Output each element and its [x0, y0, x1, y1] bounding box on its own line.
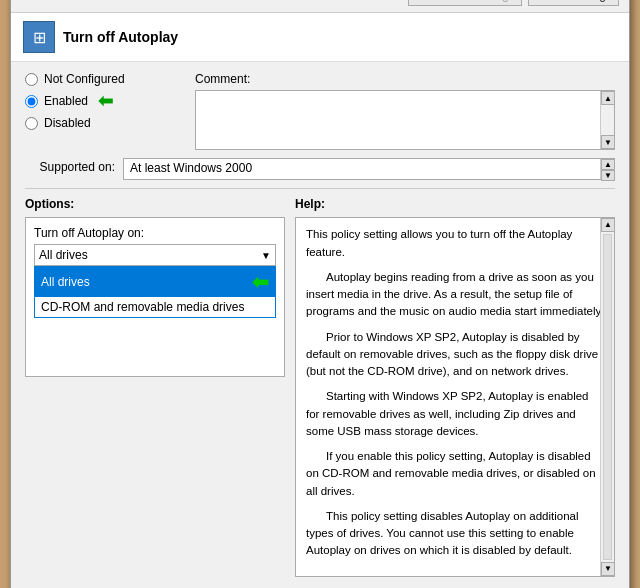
disabled-label: Disabled	[44, 116, 91, 130]
enabled-label: Enabled	[44, 94, 88, 108]
toolbar: Previous Setting Next Setting	[11, 0, 629, 13]
dropdown-chevron-icon: ▼	[261, 250, 271, 261]
comment-box[interactable]: ▲ ▼	[195, 90, 615, 150]
not-configured-option[interactable]: Not Configured	[25, 72, 185, 86]
help-para-4: If you enable this policy setting, Autop…	[306, 448, 604, 500]
supported-scrollbar[interactable]: ▲ ▼	[600, 159, 614, 179]
main-window: ⊞ Turn off Autoplay ─ □ ✕ Previous Setti…	[10, 0, 630, 588]
header-title: Turn off Autoplay	[63, 29, 178, 45]
content-area: Not Configured Enabled ⬅ Disabled Commen…	[11, 62, 629, 588]
supported-label: Supported on:	[25, 158, 115, 174]
previous-setting-button[interactable]: Previous Setting	[408, 0, 521, 6]
comment-label: Comment:	[195, 72, 615, 86]
help-header: Help:	[295, 197, 615, 211]
help-para-0: This policy setting allows you to turn o…	[306, 226, 604, 261]
section-divider	[25, 188, 615, 189]
scroll-down-arrow[interactable]: ▼	[601, 135, 615, 149]
next-setting-button[interactable]: Next Setting	[528, 0, 619, 6]
help-scroll-up[interactable]: ▲	[601, 218, 615, 232]
header-icon: ⊞	[23, 21, 55, 53]
help-text-box: This policy setting allows you to turn o…	[295, 217, 615, 576]
bottom-section: Options: Turn off Autoplay on: All drive…	[25, 197, 615, 576]
help-para-2: Prior to Windows XP SP2, Autoplay is dis…	[306, 329, 604, 381]
options-sub-label: Turn off Autoplay on:	[34, 226, 276, 240]
options-border: Turn off Autoplay on: All drives ▼ All d…	[25, 217, 285, 377]
not-configured-label: Not Configured	[44, 72, 125, 86]
dropdown-value: All drives	[39, 248, 261, 262]
enabled-arrow-icon: ⬅	[98, 90, 113, 112]
dropdown-item-cdrom[interactable]: CD-ROM and removable media drives	[35, 297, 275, 317]
help-para-5: This policy setting disables Autoplay on…	[306, 508, 604, 560]
enabled-radio[interactable]	[25, 95, 38, 108]
help-para-1: Autoplay begins reading from a drive as …	[306, 269, 604, 321]
header-bar: ⊞ Turn off Autoplay	[11, 13, 629, 62]
dropdown-arrow-indicator: ⬅	[252, 270, 269, 294]
comment-scrollbar[interactable]: ▲ ▼	[600, 91, 614, 149]
dropdown-container: All drives ▼ All drives ⬅ CD-ROM and rem…	[34, 244, 276, 318]
help-scroll-down[interactable]: ▼	[601, 562, 615, 576]
not-configured-radio[interactable]	[25, 73, 38, 86]
enabled-option[interactable]: Enabled ⬅	[25, 90, 185, 112]
help-panel: Help: This policy setting allows you to …	[295, 197, 615, 576]
disabled-option[interactable]: Disabled	[25, 116, 185, 130]
help-text: This policy setting allows you to turn o…	[306, 226, 604, 559]
help-scroll-thumb[interactable]	[603, 234, 612, 559]
supported-scroll-up[interactable]: ▲	[601, 159, 615, 170]
supported-scroll-down[interactable]: ▼	[601, 170, 615, 181]
radio-section: Not Configured Enabled ⬅ Disabled	[25, 72, 185, 150]
top-section: Not Configured Enabled ⬅ Disabled Commen…	[25, 72, 615, 150]
dropdown-list: All drives ⬅ CD-ROM and removable media …	[34, 266, 276, 318]
dropdown-display[interactable]: All drives ▼	[34, 244, 276, 266]
disabled-radio[interactable]	[25, 117, 38, 130]
help-para-3: Starting with Windows XP SP2, Autoplay i…	[306, 388, 604, 440]
supported-value: At least Windows 2000 ▲ ▼	[123, 158, 615, 180]
help-scrollbar[interactable]: ▲ ▼	[600, 218, 614, 575]
options-panel: Options: Turn off Autoplay on: All drive…	[25, 197, 285, 576]
supported-row: Supported on: At least Windows 2000 ▲ ▼	[25, 158, 615, 180]
options-header: Options:	[25, 197, 285, 211]
comment-section: Comment: ▲ ▼	[195, 72, 615, 150]
scroll-up-arrow[interactable]: ▲	[601, 91, 615, 105]
dropdown-item-all-drives[interactable]: All drives ⬅	[35, 267, 275, 297]
